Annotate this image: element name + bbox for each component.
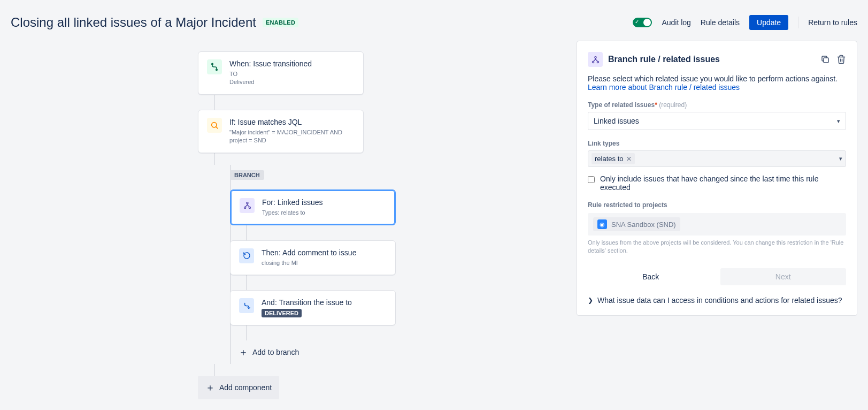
project-icon: ◉ [597, 219, 607, 229]
transition-status-pill: DELIVERED [262, 309, 302, 317]
condition-card[interactable]: If: Issue matches JQL "Major incident" =… [198, 110, 364, 153]
project-pill: ◉ SNA Sandbox (SND) [593, 217, 680, 231]
svg-rect-10 [824, 58, 828, 63]
remove-tag-icon[interactable]: ✕ [626, 155, 632, 163]
branch-block: BRANCH For: Linked issues Types: relates… [230, 165, 577, 365]
page-header: Closing all linked issues of a Major Inc… [0, 0, 868, 41]
condition-title: If: Issue matches JQL [229, 118, 355, 126]
back-button[interactable]: Back [588, 268, 714, 285]
chevron-right-icon: ❯ [588, 297, 593, 304]
check-icon: ✓ [635, 19, 639, 25]
branch-for-card[interactable]: For: Linked issues Types: relates to [230, 189, 396, 225]
return-to-rules-link[interactable]: Return to rules [808, 18, 857, 27]
action-comment-title: Then: Add comment to issue [262, 248, 387, 257]
audit-log-link[interactable]: Audit log [662, 18, 690, 27]
add-component-button[interactable]: ＋ Add component [198, 376, 279, 399]
update-button[interactable]: Update [749, 15, 788, 30]
type-of-related-label: Type of related issues* (required) [588, 101, 846, 109]
only-include-label: Only include issues that have changed si… [600, 174, 846, 192]
duplicate-icon[interactable] [820, 55, 830, 64]
branch-config-panel: Branch rule / related issues Please sele… [577, 41, 857, 316]
rule-enabled-toggle[interactable]: ✓ [633, 18, 652, 27]
type-of-related-select[interactable]: Linked issues ▾ [588, 112, 846, 130]
action-comment-sub: closing the MI [262, 259, 387, 267]
condition-sub: "Major incident" = MAJOR_INCIDENT AND pr… [229, 128, 355, 145]
action-comment-icon [239, 248, 254, 263]
rule-details-link[interactable]: Rule details [701, 18, 740, 27]
link-types-select[interactable]: relates to ✕ ▾ [588, 150, 846, 167]
branch-icon [240, 198, 255, 213]
action-comment-card[interactable]: Then: Add comment to issue closing the M… [230, 240, 396, 275]
add-to-branch-button[interactable]: ＋ Add to branch [231, 340, 306, 364]
branch-icon [588, 52, 603, 67]
delete-icon[interactable] [836, 55, 846, 64]
panel-description: Please select which related issue you wo… [588, 74, 846, 92]
link-types-label: Link types [588, 140, 846, 147]
plus-icon: ＋ [205, 381, 215, 394]
chevron-down-icon: ▾ [839, 155, 842, 162]
trigger-card[interactable]: When: Issue transitioned TO Delivered [198, 51, 364, 95]
data-access-accordion[interactable]: ❯ What issue data can I access in condit… [588, 296, 846, 305]
restricted-hint: Only issues from the above projects will… [588, 239, 846, 255]
condition-icon [207, 118, 222, 133]
action-transition-title: And: Transition the issue to [262, 298, 387, 307]
panel-title: Branch rule / related issues [608, 55, 815, 64]
rule-flow: When: Issue transitioned TO Delivered If… [11, 41, 577, 399]
divider [798, 17, 798, 28]
restricted-projects-box: ◉ SNA Sandbox (SND) [588, 213, 846, 236]
trigger-title: When: Issue transitioned [229, 59, 355, 68]
select-value: Linked issues [594, 117, 639, 125]
branch-for-sub: Types: relates to [262, 209, 386, 217]
header-actions: ✓ Audit log Rule details Update Return t… [633, 15, 857, 30]
chevron-down-icon: ▾ [837, 118, 840, 125]
plus-icon: ＋ [239, 346, 248, 359]
link-type-tag: relates to ✕ [592, 153, 635, 164]
branch-label: BRANCH [230, 170, 264, 180]
svg-line-3 [216, 126, 218, 128]
only-include-checkbox[interactable] [588, 176, 595, 183]
action-transition-card[interactable]: And: Transition the issue to DELIVERED [230, 290, 396, 325]
action-transition-icon [239, 298, 254, 313]
branch-for-title: For: Linked issues [262, 198, 386, 207]
trigger-sub: TO Delivered [229, 70, 355, 87]
restricted-label: Rule restricted to projects [588, 201, 846, 209]
page-title: Closing all linked issues of a Major Inc… [11, 15, 256, 30]
enabled-badge: ENABLED [263, 18, 298, 27]
learn-more-link[interactable]: Learn more about Branch rule / related i… [588, 83, 740, 92]
trigger-icon [207, 59, 222, 74]
next-button: Next [720, 268, 847, 285]
